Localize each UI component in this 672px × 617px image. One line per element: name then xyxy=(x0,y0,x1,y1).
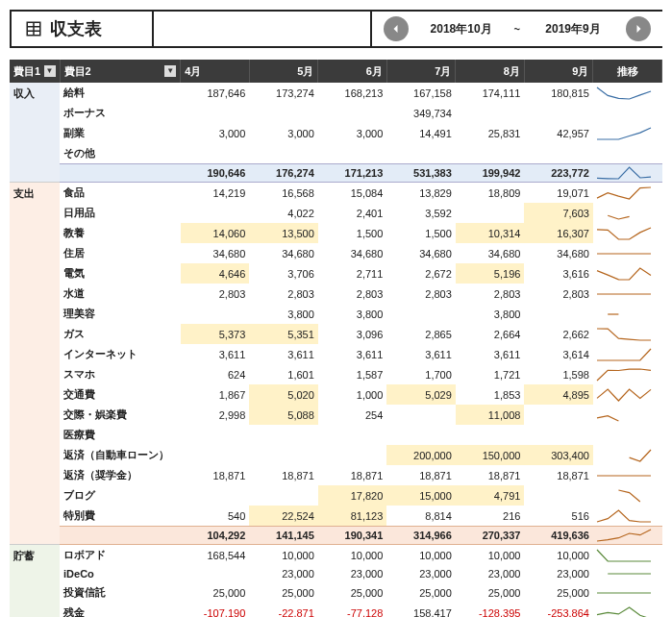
value-cell: 18,871 xyxy=(249,465,318,485)
value-cell xyxy=(456,425,525,445)
value-cell: 5,088 xyxy=(249,405,318,425)
sparkline-cell xyxy=(593,465,662,485)
value-cell: 34,680 xyxy=(456,243,525,263)
value-cell xyxy=(181,445,250,465)
period-nav: 2018年10月 ~ 2019年9月 xyxy=(370,12,662,46)
value-cell: 187,646 xyxy=(181,83,250,103)
value-cell xyxy=(318,143,387,164)
value-cell: 2,803 xyxy=(318,284,387,304)
table-row: 交際・娯楽費2,9985,08825411,008 xyxy=(10,405,662,425)
value-cell xyxy=(249,485,318,506)
value-cell: 2,803 xyxy=(181,284,250,304)
value-cell: 2,803 xyxy=(456,284,525,304)
sparkline-cell xyxy=(593,223,662,243)
subtotal-row: 104,292141,145190,341314,966270,337419,6… xyxy=(10,527,662,545)
category2-cell: iDeCo xyxy=(60,565,181,582)
value-cell: 34,680 xyxy=(249,243,318,263)
sparkline-cell xyxy=(593,565,662,582)
category1-cell: 貯蓄 xyxy=(10,545,60,618)
table-row: 住居34,68034,68034,68034,68034,68034,680 xyxy=(10,243,662,263)
value-cell: 2,998 xyxy=(181,405,250,425)
dropdown-icon[interactable]: ▼ xyxy=(44,65,56,77)
value-cell: 4,646 xyxy=(181,263,250,284)
value-cell: 3,000 xyxy=(181,123,250,143)
value-cell: 23,000 xyxy=(386,565,456,582)
value-cell: -22,871 xyxy=(249,603,318,617)
value-cell: 34,680 xyxy=(524,243,593,263)
value-cell: -77,128 xyxy=(318,603,387,617)
value-cell xyxy=(249,445,318,465)
value-cell xyxy=(524,304,593,324)
category2-cell: 交際・娯楽費 xyxy=(60,405,181,425)
value-cell xyxy=(181,425,250,445)
sparkline-cell xyxy=(593,485,662,506)
sparkline-cell xyxy=(593,384,662,405)
subtotal-cell: 141,145 xyxy=(249,527,318,545)
value-cell: 25,000 xyxy=(456,582,525,603)
value-cell: 13,829 xyxy=(386,183,456,204)
category2-cell: 水道 xyxy=(60,284,181,304)
subtotal-cell: 199,942 xyxy=(456,164,525,183)
value-cell: 180,815 xyxy=(524,83,593,103)
subtotal-cell: 223,772 xyxy=(524,164,593,183)
table-row: 収入給料187,646173,274168,213167,158174,1111… xyxy=(10,83,662,103)
col-cat1[interactable]: 費目1 ▼ xyxy=(10,60,60,83)
value-cell: 2,662 xyxy=(524,324,593,344)
value-cell: 34,680 xyxy=(181,243,250,263)
subtotal-cell: 190,646 xyxy=(181,164,250,183)
value-cell: 4,791 xyxy=(456,485,525,506)
category2-cell: ボーナス xyxy=(60,103,181,123)
value-cell: 1,500 xyxy=(386,223,456,243)
sparkline-cell xyxy=(593,527,662,545)
title-block: 収支表 xyxy=(10,12,154,46)
sparkline-cell xyxy=(593,304,662,324)
subtotal-cell: 531,383 xyxy=(386,164,456,183)
subtotal-cell: 419,636 xyxy=(524,527,593,545)
value-cell: 10,000 xyxy=(386,545,456,566)
value-cell: 15,084 xyxy=(318,183,387,204)
value-cell: 1,853 xyxy=(456,384,525,405)
category2-cell: 日用品 xyxy=(60,203,181,223)
category1-cell: 支出 xyxy=(10,183,60,545)
value-cell: 25,000 xyxy=(249,582,318,603)
value-cell: 3,096 xyxy=(318,324,387,344)
sparkline-cell xyxy=(593,603,662,617)
value-cell: 168,213 xyxy=(318,83,387,103)
prev-period-button[interactable] xyxy=(384,16,409,41)
value-cell: 158,417 xyxy=(386,603,456,617)
value-cell: 2,865 xyxy=(386,324,456,344)
col-cat2[interactable]: 費目2 ▼ xyxy=(60,60,181,83)
value-cell: 5,029 xyxy=(386,384,456,405)
table-row: スマホ6241,6011,5871,7001,7211,598 xyxy=(10,364,662,384)
value-cell: 2,401 xyxy=(318,203,387,223)
value-cell: 18,871 xyxy=(318,465,387,485)
category2-cell: 医療費 xyxy=(60,425,181,445)
value-cell: 5,020 xyxy=(249,384,318,405)
category2-cell: 教養 xyxy=(60,223,181,243)
value-cell: 516 xyxy=(524,506,593,527)
value-cell: 13,500 xyxy=(249,223,318,243)
value-cell: 3,616 xyxy=(524,263,593,284)
sparkline-cell xyxy=(593,203,662,223)
value-cell: 216 xyxy=(456,506,525,527)
value-cell: 23,000 xyxy=(318,565,387,582)
col-month-8: 8月 xyxy=(456,60,525,83)
category2-cell: 理美容 xyxy=(60,304,181,324)
value-cell xyxy=(386,425,456,445)
category2-cell: インターネット xyxy=(60,344,181,364)
period-to: 2019年9月 xyxy=(530,21,616,37)
value-cell: 2,803 xyxy=(249,284,318,304)
sparkline-cell xyxy=(593,183,662,204)
value-cell: 3,614 xyxy=(524,344,593,364)
value-cell xyxy=(181,203,250,223)
value-cell: 5,351 xyxy=(249,324,318,344)
value-cell: 3,611 xyxy=(181,344,250,364)
col-month-6: 6月 xyxy=(318,60,387,83)
dropdown-icon[interactable]: ▼ xyxy=(164,65,176,77)
header-bar: 収支表 2018年10月 ~ 2019年9月 xyxy=(10,10,662,48)
value-cell: 16,568 xyxy=(249,183,318,204)
next-period-button[interactable] xyxy=(626,16,651,41)
value-cell: 3,800 xyxy=(249,304,318,324)
category2-cell: 交通費 xyxy=(60,384,181,405)
value-cell: 10,000 xyxy=(456,545,525,566)
